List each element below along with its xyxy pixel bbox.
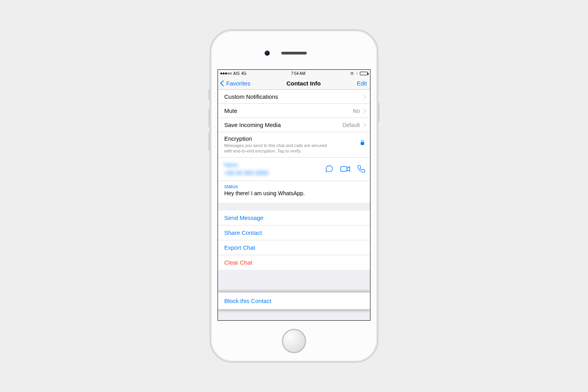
front-camera: [265, 51, 270, 56]
send-message-row[interactable]: Send Message: [218, 211, 370, 225]
share-contact-row[interactable]: Share Contact: [218, 225, 370, 240]
settings-group: Custom Notifications Mute No Save Incomi…: [218, 90, 370, 203]
custom-notifications-label: Custom Notifications: [224, 93, 278, 100]
actions-group: Send Message Share Contact Export Chat C…: [218, 211, 370, 270]
block-contact-row[interactable]: Block this Contact: [218, 292, 370, 309]
page-title: Contact Info: [287, 80, 321, 87]
block-contact-label: Block this Contact: [224, 298, 271, 304]
block-contact-group: Block this Contact: [218, 292, 370, 309]
contact-phone-row: Name +00 00 000 0000: [218, 158, 370, 181]
contact-phone-blurred: +00 00 000 0000: [224, 169, 269, 177]
carrier-label: AIS: [233, 71, 240, 76]
clock-label: 7:54 AM: [291, 71, 305, 76]
send-message-label: Send Message: [224, 214, 263, 221]
chevron-right-icon: [361, 109, 366, 113]
mute-value: No: [353, 108, 360, 114]
signal-dots-icon: [220, 73, 232, 74]
video-call-icon[interactable]: [340, 165, 350, 173]
back-button[interactable]: Favorites: [221, 80, 250, 87]
mute-row[interactable]: Mute No: [218, 104, 370, 118]
bluetooth-icon: [356, 71, 358, 76]
export-chat-label: Export Chat: [224, 244, 255, 251]
screen: AIS 4G 7:54 AM Favorites Contact Info E: [218, 69, 370, 321]
battery-icon: [360, 72, 368, 75]
iphone-frame: AIS 4G 7:54 AM Favorites Contact Info E: [210, 29, 378, 363]
encryption-description: Messages you send to this chat and calls…: [224, 143, 334, 154]
message-icon[interactable]: [325, 165, 334, 173]
phone-call-icon[interactable]: [357, 165, 365, 173]
encryption-row[interactable]: Encryption Messages you send to this cha…: [218, 132, 370, 158]
clear-chat-label: Clear Chat: [224, 259, 252, 266]
edit-button[interactable]: Edit: [357, 80, 367, 87]
alarm-icon: [350, 71, 354, 75]
status-text: Hey there! I am using WhatsApp.: [224, 190, 364, 196]
encryption-label: Encryption: [224, 135, 334, 142]
contact-name-blurred: Name: [224, 162, 269, 169]
chevron-left-icon: [220, 80, 227, 86]
clear-chat-row[interactable]: Clear Chat: [218, 255, 370, 270]
power-button: [377, 103, 379, 122]
save-media-row[interactable]: Save Incoming Media Default: [218, 118, 370, 132]
volume-down-button: [209, 132, 211, 151]
lock-icon: [359, 139, 365, 146]
content-scroll[interactable]: Custom Notifications Mute No Save Incomi…: [218, 90, 370, 320]
svg-rect-1: [341, 167, 347, 171]
mute-switch: [209, 89, 211, 100]
save-media-value: Default: [343, 122, 360, 128]
save-media-label: Save Incoming Media: [224, 122, 281, 128]
status-bar: AIS 4G 7:54 AM: [218, 70, 370, 77]
chevron-right-icon: [361, 94, 366, 99]
share-contact-label: Share Contact: [224, 229, 262, 236]
export-chat-row[interactable]: Export Chat: [218, 240, 370, 255]
custom-notifications-row[interactable]: Custom Notifications: [218, 90, 370, 104]
network-label: 4G: [241, 71, 246, 76]
navigation-bar: Favorites Contact Info Edit: [218, 77, 370, 90]
status-label: status: [224, 183, 364, 189]
chevron-right-icon: [361, 123, 366, 127]
home-button[interactable]: [282, 329, 306, 353]
status-section: status Hey there! I am using WhatsApp.: [218, 181, 370, 203]
earpiece-speaker: [281, 52, 307, 54]
back-label: Favorites: [226, 80, 250, 87]
volume-up-button: [209, 109, 211, 127]
mute-label: Mute: [224, 107, 237, 114]
